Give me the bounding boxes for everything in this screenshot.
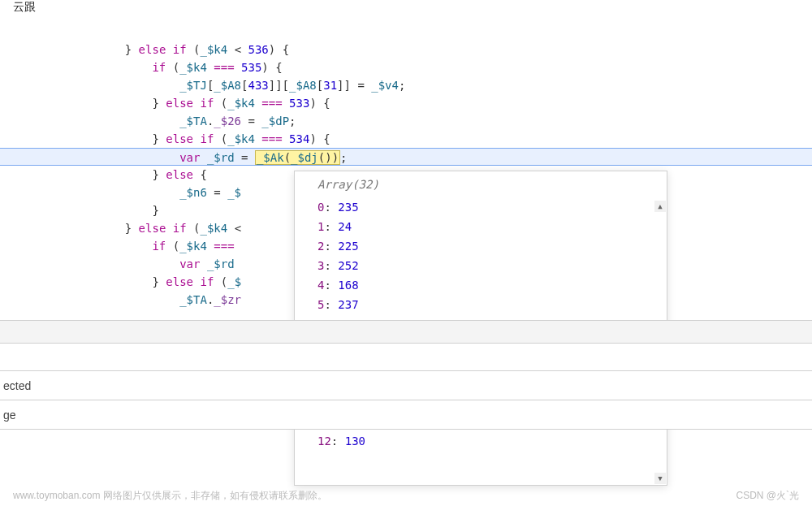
tooltip-row[interactable]: 0: 235 (317, 197, 644, 217)
code-line[interactable]: var _$rd = _$Ak(_$dj()); (0, 148, 812, 166)
footer: www.toymoban.com 网络图片仅供展示，非存储，如有侵权请联系删除。… (13, 489, 799, 503)
panel-header[interactable] (0, 321, 812, 344)
code-line[interactable]: _$TA._$26 = _$dP; (0, 112, 812, 130)
scroll-up-icon[interactable]: ▲ (654, 201, 666, 212)
code-line[interactable]: if (_$k4 === 535) { (0, 58, 812, 76)
tooltip-row[interactable]: 4: 168 (317, 275, 644, 295)
tooltip-header: Array(32) (295, 171, 667, 197)
tooltip-row[interactable]: 2: 225 (317, 236, 644, 256)
code-line[interactable]: } else if (_$k4 === 533) { (0, 94, 812, 112)
footer-left: www.toymoban.com 网络图片仅供展示，非存储，如有侵权请联系删除。 (13, 489, 327, 503)
footer-right: CSDN @火`光 (736, 489, 799, 503)
panel-row[interactable]: ected (0, 371, 812, 400)
tooltip-row[interactable]: 3: 252 (317, 256, 644, 275)
panel-row[interactable]: ge (0, 400, 812, 430)
tooltip-row[interactable]: 5: 237 (317, 295, 644, 314)
scroll-down-icon[interactable]: ▼ (654, 473, 666, 484)
code-line[interactable]: } else if (_$k4 === 534) { (0, 130, 812, 148)
bottom-panel: ected ge (0, 320, 812, 466)
page-title-fragment: 云跟 (13, 0, 36, 15)
code-line[interactable]: _$TJ[_$A8[433]][_$A8[31]] = _$v4; (0, 76, 812, 94)
panel-gap (0, 344, 812, 371)
code-line[interactable]: } else if (_$k4 < 536) { (0, 41, 812, 58)
tooltip-row[interactable]: 1: 24 (317, 217, 644, 236)
